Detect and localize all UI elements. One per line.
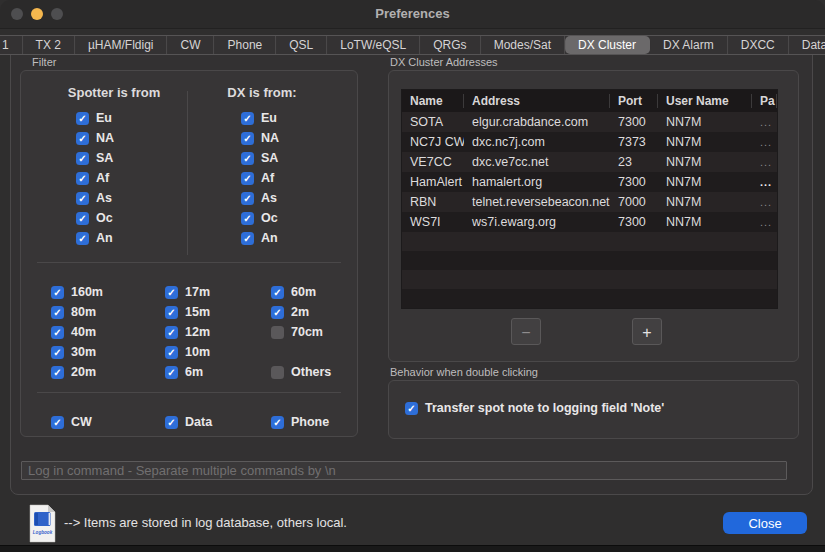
mode-checkbox-phone: Phone xyxy=(271,412,329,432)
column-header-name[interactable]: Name xyxy=(402,94,464,108)
checkbox-label: Oc xyxy=(96,211,113,225)
table-row[interactable]: NC7J CWdxc.nc7j.com7373NN7M... xyxy=(402,132,777,152)
checkbox-af[interactable]: Af xyxy=(241,168,279,188)
tab-lotw-eqsl[interactable]: LoTW/eQSL xyxy=(327,36,420,54)
checkbox-label: Af xyxy=(261,171,274,185)
window-title: Preferences xyxy=(0,6,825,21)
tab-qsl[interactable]: QSL xyxy=(276,36,327,54)
checkbox-box xyxy=(271,306,284,319)
checkbox-phone[interactable]: Phone xyxy=(271,412,329,432)
tab-ham-fldigi[interactable]: µHAM/Fldigi xyxy=(75,36,168,54)
checkbox-na[interactable]: NA xyxy=(76,128,114,148)
checkbox-label: Eu xyxy=(261,111,277,125)
checkbox-box xyxy=(241,232,254,245)
cell-port: 7300 xyxy=(610,175,658,189)
checkbox-15m[interactable]: 15m xyxy=(165,302,210,322)
checkbox-40m[interactable]: 40m xyxy=(51,322,103,342)
checkbox-box xyxy=(165,416,178,429)
checkbox-eu[interactable]: Eu xyxy=(241,108,279,128)
checkbox-label: Others xyxy=(291,365,331,379)
table-row[interactable]: VE7CCdxc.ve7cc.net23NN7M... xyxy=(402,152,777,172)
checkbox-160m[interactable]: 160m xyxy=(51,282,103,302)
cluster-group-box: NameAddressPortUser NamePaSOTAelgur.crab… xyxy=(388,70,799,362)
table-row[interactable]: WS7Iws7i.ewarg.org7300NN7M... xyxy=(402,212,777,232)
checkbox-label: Transfer spot note to logging field 'Not… xyxy=(425,401,664,415)
tab-dx-cluster[interactable]: DX Cluster xyxy=(565,36,650,54)
table-empty-row[interactable] xyxy=(402,232,777,251)
table-empty-row[interactable] xyxy=(402,270,777,289)
checkbox-eu[interactable]: Eu xyxy=(76,108,114,128)
checkbox-transfer-spot-note[interactable]: Transfer spot note to logging field 'Not… xyxy=(405,398,664,418)
checkbox-6m[interactable]: 6m xyxy=(165,362,210,382)
bands-column-1: 160m80m40m30m20m xyxy=(51,282,103,382)
checkbox-as[interactable]: As xyxy=(76,188,114,208)
tab-dx-alarm[interactable]: DX Alarm xyxy=(650,36,728,54)
tab-cw[interactable]: CW xyxy=(168,36,215,54)
cell-address: dxc.ve7cc.net xyxy=(464,155,610,169)
column-header-pa[interactable]: Pa xyxy=(752,94,777,108)
table-empty-row[interactable] xyxy=(402,251,777,270)
tab-strip: GeneralTX 1TX 2µHAM/FldigiCWPhoneQSLLoTW… xyxy=(0,35,825,55)
checkbox-label: Phone xyxy=(291,415,329,429)
cell-pw: ... xyxy=(752,116,777,128)
checkbox-box xyxy=(76,212,89,225)
checkbox-70cm[interactable]: 70cm xyxy=(271,322,331,342)
add-cluster-button[interactable]: + xyxy=(632,318,662,345)
checkbox-sa[interactable]: SA xyxy=(76,148,114,168)
column-header-address[interactable]: Address xyxy=(464,94,610,108)
checkbox-box xyxy=(271,366,284,379)
checkbox-box xyxy=(405,402,418,415)
column-header-user-name[interactable]: User Name xyxy=(658,94,752,108)
checkbox-box xyxy=(76,172,89,185)
checkbox-label: 10m xyxy=(185,345,210,359)
cell-port: 23 xyxy=(610,155,658,169)
cell-user: NN7M xyxy=(658,135,752,149)
table-row[interactable]: HamAlerthamalert.org7300NN7M... xyxy=(402,172,777,192)
checkbox-sa[interactable]: SA xyxy=(241,148,279,168)
checkbox-an[interactable]: An xyxy=(241,228,279,248)
checkbox-10m[interactable]: 10m xyxy=(165,342,210,362)
checkbox-na[interactable]: NA xyxy=(241,128,279,148)
checkbox-box xyxy=(241,212,254,225)
checkbox-oc[interactable]: Oc xyxy=(76,208,114,228)
tab-modes-sat[interactable]: Modes/Sat xyxy=(481,36,565,54)
checkbox-data[interactable]: Data xyxy=(165,412,212,432)
checkbox-as[interactable]: As xyxy=(241,188,279,208)
checkbox-box xyxy=(51,366,64,379)
checkbox-20m[interactable]: 20m xyxy=(51,362,103,382)
cluster-group-label: DX Cluster Addresses xyxy=(390,56,498,68)
checkbox-30m[interactable]: 30m xyxy=(51,342,103,362)
tab-qrgs[interactable]: QRGs xyxy=(420,36,480,54)
checkbox-box xyxy=(165,346,178,359)
tab-phone[interactable]: Phone xyxy=(215,36,277,54)
table-empty-row[interactable] xyxy=(402,289,777,308)
checkbox-box xyxy=(165,326,178,339)
remove-cluster-button[interactable]: − xyxy=(511,318,541,345)
checkbox-box xyxy=(271,326,284,339)
close-button[interactable]: Close xyxy=(723,512,807,534)
checkbox-label: 60m xyxy=(291,285,316,299)
cell-pw: ... xyxy=(752,196,777,208)
checkbox-box xyxy=(76,192,89,205)
checkbox-af[interactable]: Af xyxy=(76,168,114,188)
checkbox-17m[interactable]: 17m xyxy=(165,282,210,302)
checkbox-oc[interactable]: Oc xyxy=(241,208,279,228)
column-header-port[interactable]: Port xyxy=(610,94,658,108)
checkbox-others[interactable]: Others xyxy=(271,362,331,382)
checkbox-2m[interactable]: 2m xyxy=(271,302,331,322)
checkbox-an[interactable]: An xyxy=(76,228,114,248)
table-row[interactable]: RBNtelnet.reversebeacon.net7000NN7M... xyxy=(402,192,777,212)
login-command-input[interactable] xyxy=(21,461,787,480)
checkbox-cw[interactable]: CW xyxy=(51,412,92,432)
checkbox-80m[interactable]: 80m xyxy=(51,302,103,322)
checkbox-60m[interactable]: 60m xyxy=(271,282,331,302)
checkbox-label: Eu xyxy=(96,111,112,125)
cell-port: 7300 xyxy=(610,215,658,229)
table-row[interactable]: SOTAelgur.crabdance.com7300NN7M... xyxy=(402,112,777,132)
tab-tx-1[interactable]: TX 1 xyxy=(0,36,23,54)
tab-tx-2[interactable]: TX 2 xyxy=(23,36,75,54)
checkbox-box xyxy=(241,192,254,205)
checkbox-12m[interactable]: 12m xyxy=(165,322,210,342)
tab-dxcc[interactable]: DXCC xyxy=(728,36,789,54)
tab-databases[interactable]: Databases xyxy=(789,36,825,54)
